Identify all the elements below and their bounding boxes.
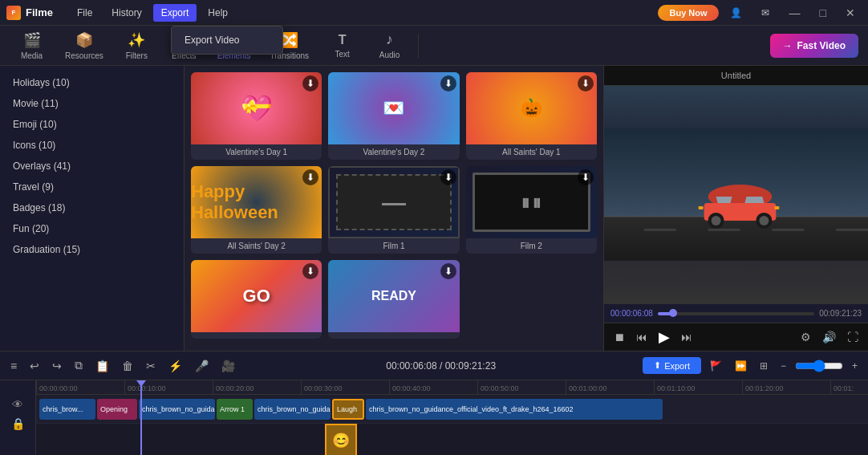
- svg-rect-15: [772, 229, 804, 231]
- media-tool[interactable]: 🎬 Media: [10, 28, 54, 63]
- sidebar-item-overlays[interactable]: Overlays (41): [0, 156, 184, 177]
- zoom-out-icon[interactable]: −: [777, 358, 790, 374]
- svg-marker-6: [744, 197, 764, 203]
- svg-rect-13: [644, 229, 676, 231]
- fullscreen-icon[interactable]: ⛶: [844, 329, 862, 345]
- menu-export[interactable]: Export: [153, 4, 197, 22]
- buy-now-button[interactable]: Buy Now: [658, 5, 718, 21]
- svg-rect-16: [836, 229, 868, 231]
- sidebar-item-fun[interactable]: Fun (20): [0, 218, 184, 239]
- zoom-in-icon[interactable]: +: [848, 358, 862, 374]
- app-name: Filme: [26, 6, 53, 18]
- clip-long[interactable]: chris_brown_no_guidance_official_video_f…: [366, 399, 663, 420]
- add-film1-icon[interactable]: ⬇: [440, 169, 456, 185]
- split-button[interactable]: ⚡: [164, 357, 186, 375]
- play-button[interactable]: ▶: [655, 327, 673, 347]
- grid-label-film1: Film 1: [328, 238, 459, 254]
- grid-item-film1[interactable]: ▬▬▬ ⬇ Film 1: [328, 166, 459, 254]
- add-film2-icon[interactable]: ⬇: [578, 169, 594, 185]
- timeline-time-display: 00:00:06:08 / 00:09:21:23: [386, 360, 496, 372]
- grid-item-allsaints2[interactable]: Happy Halloween ⬇ All Saints' Day 2: [191, 166, 322, 254]
- grid-item-film2[interactable]: ▐▌▐▌ ⬇ Film 2: [466, 166, 597, 254]
- text-tool[interactable]: T Text: [320, 30, 364, 62]
- resources-tool[interactable]: 📦 Resources: [57, 28, 112, 63]
- grid-label-valentines2: Valentine's Day 2: [328, 144, 459, 160]
- hamburger-icon[interactable]: ≡: [6, 357, 21, 375]
- preview-title: Untitled: [604, 66, 868, 86]
- zoom-slider[interactable]: [795, 360, 843, 372]
- close-button[interactable]: ✕: [839, 5, 862, 21]
- menu-file[interactable]: File: [69, 4, 100, 22]
- clip-label-chris3: chris_brown_no_guidan...: [258, 405, 331, 413]
- sidebar-item-movie[interactable]: Movie (11): [0, 93, 184, 114]
- sidebar-item-holidays[interactable]: Holidays (10): [0, 72, 184, 93]
- ruler-mark-7: 00:01:10:00: [654, 380, 742, 394]
- redo-button[interactable]: ↪: [48, 357, 66, 375]
- sidebar-item-badges[interactable]: Badges (18): [0, 197, 184, 218]
- speed-icon[interactable]: ⏩: [731, 358, 751, 374]
- mic-button[interactable]: 🎤: [191, 357, 213, 375]
- grid-item-colortext[interactable]: GO ⬇: [191, 260, 322, 339]
- add-allsaints1-icon[interactable]: ⬇: [578, 75, 594, 91]
- notification-icon[interactable]: ✉: [754, 2, 777, 24]
- paste-button[interactable]: 📋: [91, 357, 113, 375]
- clip-chris3[interactable]: chris_brown_no_guidan...: [254, 399, 331, 420]
- export-label: Export: [664, 361, 690, 371]
- preview-progress-bar[interactable]: [658, 312, 814, 315]
- preview-scrubber[interactable]: [669, 309, 677, 317]
- add-ready-icon[interactable]: ⬇: [440, 263, 456, 279]
- menu-help[interactable]: Help: [200, 4, 236, 22]
- clip-chris2[interactable]: chris_brown_no_guidan...: [139, 399, 215, 420]
- stop-button[interactable]: ⏹: [610, 329, 628, 345]
- main-layout: Holidays (10) Movie (11) Emoji (10) Icon…: [0, 66, 868, 351]
- timeline-content: 👁 🔒 00:00:00:00 00:00:10:00 00:00:20:00 …: [0, 380, 868, 455]
- fit-icon[interactable]: ⊞: [756, 358, 772, 374]
- media-label: Media: [21, 51, 43, 60]
- undo-button[interactable]: ↩: [26, 357, 43, 375]
- ruler-marks: 00:00:00:00 00:00:10:00 00:00:20:00 00:0…: [36, 380, 868, 394]
- lock-icon[interactable]: 🔒: [11, 417, 25, 430]
- sidebar-item-emoji[interactable]: Emoji (10): [0, 114, 184, 135]
- sidebar-item-graduation[interactable]: Graduation (15): [0, 239, 184, 260]
- camera-button[interactable]: 🎥: [217, 357, 239, 375]
- export-button[interactable]: ⬆ Export: [643, 357, 701, 374]
- grid-label-allsaints2: All Saints' Day 2: [191, 238, 322, 254]
- clip-laugh[interactable]: Laugh: [332, 399, 364, 420]
- sidebar-item-icons[interactable]: Icons (10): [0, 135, 184, 156]
- grid-item-ready[interactable]: READY ⬇: [328, 260, 459, 339]
- emoji-clip-laugh[interactable]: 😊: [325, 424, 357, 456]
- preview-car-scene: [604, 86, 868, 303]
- export-dropdown: Export Video: [171, 26, 283, 55]
- filters-tool[interactable]: ✨ Filters: [115, 28, 159, 63]
- filters-label: Filters: [126, 51, 148, 60]
- add-valentines2-icon[interactable]: ⬇: [440, 75, 456, 91]
- grid-item-valentines1[interactable]: 💝 ⬇ Valentine's Day 1: [191, 72, 322, 160]
- cut-button[interactable]: ✂: [142, 357, 160, 375]
- user-icon[interactable]: 👤: [725, 2, 748, 24]
- eye-icon[interactable]: 👁: [12, 398, 23, 411]
- audio-tool[interactable]: ♪ Audio: [367, 28, 412, 63]
- ruler-mark-8: 00:01:20:00: [742, 380, 830, 394]
- clip-opening[interactable]: Opening: [97, 399, 137, 420]
- maximize-button[interactable]: □: [813, 5, 833, 21]
- minimize-button[interactable]: —: [783, 5, 807, 21]
- flag-icon[interactable]: 🚩: [706, 358, 726, 374]
- prev-frame-button[interactable]: ⏮: [633, 329, 651, 345]
- fast-video-button[interactable]: → Fast Video: [770, 34, 858, 58]
- volume-icon[interactable]: 🔊: [819, 329, 839, 345]
- next-frame-button[interactable]: ⏭: [678, 329, 696, 345]
- playhead[interactable]: [140, 380, 142, 455]
- grid-item-valentines2[interactable]: 💌 ⬇ Valentine's Day 2: [328, 72, 459, 160]
- clip-arrow1[interactable]: Arrow 1: [217, 399, 253, 420]
- delete-button[interactable]: 🗑: [118, 357, 137, 375]
- grid-item-allsaints1[interactable]: 🎃 ⬇ All Saints' Day 1: [466, 72, 597, 160]
- sidebar-item-travel[interactable]: Travel (9): [0, 177, 184, 197]
- clip-chris1[interactable]: chris_brow...: [39, 399, 95, 420]
- svg-point-10: [759, 216, 769, 225]
- copy-button[interactable]: ⧉: [71, 356, 87, 375]
- menu-bar: File History Export Help: [69, 4, 659, 22]
- menu-history[interactable]: History: [103, 4, 149, 22]
- settings-icon[interactable]: ⚙: [797, 329, 814, 345]
- export-video-item[interactable]: Export Video: [172, 30, 282, 51]
- ruler-mark-4: 00:00:40:00: [389, 380, 477, 394]
